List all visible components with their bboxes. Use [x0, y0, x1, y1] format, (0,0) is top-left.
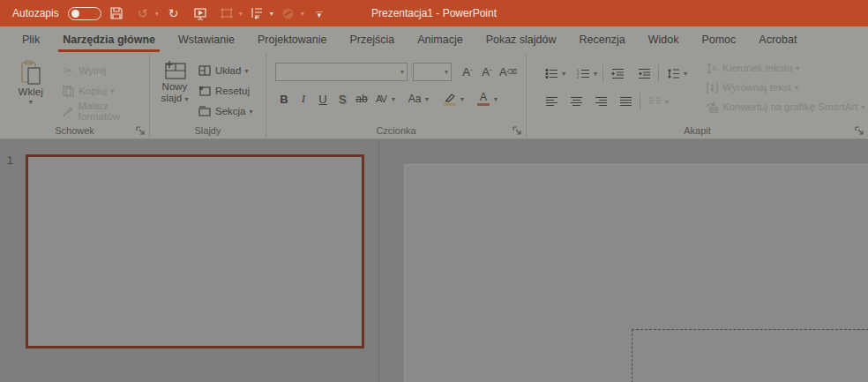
clear-formatting-button[interactable]: A⌫ — [498, 64, 519, 81]
text-placeholder[interactable] — [632, 329, 868, 382]
change-case-chevron-icon[interactable]: ▾ — [425, 95, 429, 103]
align-left-icon — [545, 96, 558, 107]
section-icon — [198, 106, 212, 116]
group-label-font: Czcionka — [266, 125, 526, 136]
paste-chevron-icon[interactable]: ▾ — [29, 98, 33, 106]
font-dialog-launcher-icon[interactable] — [513, 126, 522, 136]
font-color-chevron-icon[interactable]: ▾ — [494, 95, 498, 103]
line-spacing-chevron-icon[interactable]: ▾ — [684, 70, 687, 78]
text-direction-label: Kierunek tekstu — [722, 63, 792, 73]
save-icon[interactable] — [105, 3, 128, 24]
align-text-label: Wyrównaj tekst — [722, 82, 791, 93]
tab-projektowanie[interactable]: Projektowanie — [246, 28, 339, 53]
highlight-chevron-icon[interactable]: ▾ — [460, 95, 464, 103]
section-chevron-icon[interactable]: ▾ — [250, 108, 253, 116]
copy-label: Kopiuj — [79, 86, 107, 96]
strikethrough-button[interactable]: ab — [353, 90, 370, 108]
change-case-button[interactable]: Aa — [406, 90, 423, 108]
list-level-icon[interactable] — [246, 3, 269, 24]
list-level-chevron-icon[interactable]: ▾ — [270, 10, 273, 18]
justify-icon — [619, 96, 632, 107]
align-text-button: Wyrównaj tekst ▾ — [705, 79, 864, 96]
numbering-button[interactable]: 123 — [574, 64, 592, 82]
tab-przejscia[interactable]: Przejścia — [338, 28, 406, 53]
tab-widok[interactable]: Widok — [637, 28, 691, 53]
clipboard-icon — [19, 60, 42, 86]
paragraph-dialog-launcher-icon[interactable] — [855, 126, 864, 136]
layout-chevron-icon[interactable]: ▾ — [244, 67, 248, 75]
font-name-combo[interactable]: ▾ — [275, 63, 408, 81]
section-button[interactable]: Sekcja ▾ — [198, 102, 253, 120]
numbering-chevron-icon[interactable]: ▾ — [594, 70, 597, 78]
bullets-button[interactable] — [542, 64, 560, 82]
tab-pokaz-slajdow[interactable]: Pokaz slajdów — [475, 28, 568, 53]
char-spacing-button[interactable]: AV — [372, 90, 390, 108]
reset-button[interactable]: Resetuj — [198, 82, 253, 100]
customize-qat-icon[interactable]: —▾ — [308, 3, 331, 24]
paste-label: Wklej — [19, 86, 43, 98]
ribbon-tabs: Plik Narzędzia główne Wstawianie Projekt… — [0, 26, 868, 53]
bullets-chevron-icon[interactable]: ▾ — [562, 70, 565, 78]
convert-smartart-button: Konwertuj na grafikę SmartArt ▾ — [705, 98, 864, 116]
slide-1-thumbnail[interactable] — [26, 154, 364, 348]
layout-label: Układ — [215, 65, 241, 76]
font-name-chevron-icon[interactable]: ▾ — [400, 68, 404, 76]
brush-icon — [61, 106, 74, 117]
text-direction-chevron-icon: ▾ — [796, 64, 799, 72]
font-color-button[interactable]: A — [475, 90, 492, 108]
underline-button[interactable]: U — [314, 90, 332, 108]
align-right-button[interactable] — [592, 93, 610, 110]
justify-button[interactable] — [617, 93, 634, 110]
clipboard-dialog-launcher-icon[interactable] — [136, 126, 146, 136]
tab-recenzja[interactable]: Recenzja — [568, 28, 637, 53]
align-center-button[interactable] — [567, 93, 585, 110]
char-spacing-chevron-icon[interactable]: ▾ — [392, 95, 395, 103]
svg-text:A: A — [712, 64, 717, 72]
tab-narzedzia-glowne[interactable]: Narzędzia główne — [51, 28, 167, 53]
smartart-chevron-icon: ▾ — [861, 103, 864, 111]
title-bar: Autozapis ↺▾ ↻ ▾ ▾ ▾ —▾ Prezentacja1 - P… — [0, 0, 868, 26]
italic-button[interactable]: I — [295, 90, 312, 108]
bold-button[interactable]: B — [275, 90, 293, 108]
slide-canvas[interactable] — [404, 164, 868, 382]
line-spacing-button[interactable] — [664, 64, 682, 82]
font-size-combo[interactable]: ▾ — [413, 63, 452, 81]
group-label-clipboard: Schowek — [0, 125, 149, 136]
shrink-font-button[interactable]: Aˇ — [478, 64, 496, 81]
tab-wstawianie[interactable]: Wstawianie — [167, 28, 246, 53]
highlight-color-button[interactable] — [441, 90, 459, 108]
start-from-beginning-icon[interactable] — [189, 3, 212, 24]
text-shadow-button[interactable]: S — [333, 90, 351, 108]
autosave-toggle[interactable] — [68, 7, 101, 20]
format-painter-label: Malarz formatów — [79, 101, 150, 122]
copy-button: Kopiuj ▾ — [61, 82, 149, 100]
group-label-slides: Slajdy — [150, 125, 266, 136]
font-size-chevron-icon[interactable]: ▾ — [445, 68, 448, 76]
redo-icon[interactable]: ↻ — [162, 3, 185, 24]
tab-pomoc[interactable]: Pomoc — [690, 28, 747, 53]
separator — [640, 93, 640, 110]
scissors-icon: ✂ — [61, 64, 75, 77]
align-left-button[interactable] — [542, 93, 560, 110]
paste-button[interactable]: Wklej ▾ — [9, 56, 52, 122]
section-label: Sekcja — [215, 106, 246, 116]
group-paragraph: ▾ 123 ▾ ▾ — [527, 53, 868, 139]
tab-animacje[interactable]: Animacje — [406, 28, 474, 53]
slide-editor — [379, 140, 868, 382]
new-slide-chevron-icon[interactable]: ▾ — [184, 95, 188, 103]
columns-button — [646, 93, 663, 110]
decrease-indent-button[interactable] — [609, 64, 626, 82]
new-slide-button[interactable]: Nowy slajd ▾ — [155, 56, 194, 122]
grow-font-button[interactable]: Aˆ — [459, 64, 476, 81]
increase-indent-button[interactable] — [635, 64, 653, 82]
tab-acrobat[interactable]: Acrobat — [747, 28, 808, 53]
reset-label: Resetuj — [215, 86, 250, 96]
group-clipboard: Wklej ▾ ✂ Wytnij Kopiuj ▾ — [0, 53, 150, 139]
line-spacing-icon — [667, 68, 680, 79]
tab-plik[interactable]: Plik — [11, 28, 51, 53]
slide-number: 1 — [7, 154, 13, 167]
text-direction-icon: A — [705, 63, 719, 74]
ribbon: Wklej ▾ ✂ Wytnij Kopiuj ▾ — [0, 53, 868, 139]
layout-button[interactable]: Układ ▾ — [198, 62, 253, 79]
shape-chevron-icon: ▾ — [301, 10, 304, 18]
